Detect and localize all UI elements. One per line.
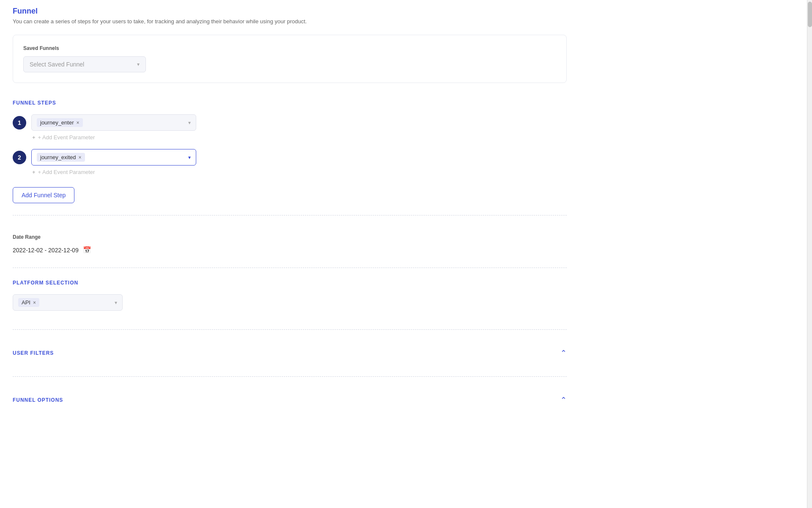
date-range-value: 2022-12-02 - 2022-12-09 (13, 247, 79, 254)
step-number-1: 1 (13, 116, 26, 130)
step-1-tag-label: journey_enter (40, 119, 74, 126)
divider-1 (13, 215, 567, 215)
funnel-steps-title: FUNNEL STEPS (13, 100, 567, 106)
platform-tag-label: API (22, 299, 30, 306)
step-1-add-param[interactable]: + + Add Event Parameter (31, 134, 567, 141)
page-subtitle: You can create a series of steps for you… (13, 18, 567, 25)
divider-2 (13, 268, 567, 268)
step-number-2: 2 (13, 151, 26, 164)
step-2-add-param-label: + Add Event Parameter (38, 169, 95, 175)
add-funnel-step-button[interactable]: Add Funnel Step (13, 187, 74, 203)
chevron-down-icon: ▾ (137, 61, 140, 67)
funnel-steps-section: FUNNEL STEPS 1 journey_enter × ▾ (13, 90, 567, 203)
saved-funnel-dropdown[interactable]: Select Saved Funnel ▾ (23, 56, 146, 72)
funnel-options-title: FUNNEL OPTIONS (13, 397, 63, 403)
step-1-chevron-icon: ▾ (188, 120, 191, 126)
date-range-section: Date Range 2022-12-02 - 2022-12-09 📅 (13, 226, 567, 257)
platform-section: PLATFORM SELECTION API × ▾ (13, 278, 567, 319)
platform-dropdown[interactable]: API × ▾ (13, 294, 123, 311)
divider-3 (13, 329, 567, 330)
step-2-tag-label: journey_exited (40, 154, 76, 160)
user-filters-section: USER FILTERS ⌃ (13, 340, 567, 366)
user-filters-title: USER FILTERS (13, 350, 54, 356)
content-area: Funnel You can create a series of steps … (0, 0, 584, 430)
step-1-dropdown[interactable]: journey_enter × ▾ (31, 114, 196, 131)
funnel-step-2: 2 journey_exited × ▾ + + (13, 149, 567, 175)
calendar-icon[interactable]: 📅 (83, 246, 91, 254)
step-2-dropdown[interactable]: journey_exited × ▾ (31, 149, 196, 166)
funnel-step-1: 1 journey_enter × ▾ + + A (13, 114, 567, 141)
scrollbar[interactable] (807, 0, 812, 508)
funnel-options-section: FUNNEL OPTIONS ⌃ (13, 387, 567, 413)
saved-funnel-placeholder: Select Saved Funnel (30, 61, 84, 68)
step-1-content: journey_enter × ▾ + + Add Event Paramete… (31, 114, 567, 141)
scrollbar-thumb (808, 2, 812, 27)
platform-title: PLATFORM SELECTION (13, 280, 567, 286)
divider-4 (13, 376, 567, 377)
plus-icon-1: + (32, 134, 36, 141)
user-filters-collapse-icon: ⌃ (560, 348, 567, 358)
funnel-options-header[interactable]: FUNNEL OPTIONS ⌃ (13, 395, 567, 405)
date-range-input[interactable]: 2022-12-02 - 2022-12-09 📅 (13, 246, 567, 254)
saved-funnels-label: Saved Funnels (23, 45, 556, 51)
saved-funnels-card: Saved Funnels Select Saved Funnel ▾ (13, 35, 567, 83)
plus-icon-2: + (32, 169, 36, 175)
step-1-tag: journey_enter × (37, 118, 83, 127)
step-2-tag: journey_exited × (37, 153, 85, 162)
date-range-label: Date Range (13, 234, 567, 240)
main-container: Funnel You can create a series of steps … (0, 0, 812, 508)
page-title: Funnel (13, 7, 567, 16)
step-2-tag-remove[interactable]: × (79, 155, 82, 160)
platform-chevron-icon: ▾ (115, 300, 117, 306)
user-filters-header[interactable]: USER FILTERS ⌃ (13, 348, 567, 358)
step-2-content: journey_exited × ▾ + + Add Event Paramet… (31, 149, 567, 175)
step-1-add-param-label: + Add Event Parameter (38, 134, 95, 141)
funnel-options-collapse-icon: ⌃ (560, 395, 567, 405)
step-2-chevron-icon: ▾ (188, 155, 191, 160)
platform-tag-remove[interactable]: × (33, 300, 36, 305)
step-2-add-param[interactable]: + + Add Event Parameter (31, 169, 567, 175)
step-1-tag-remove[interactable]: × (77, 120, 80, 125)
platform-tag: API × (18, 298, 39, 307)
